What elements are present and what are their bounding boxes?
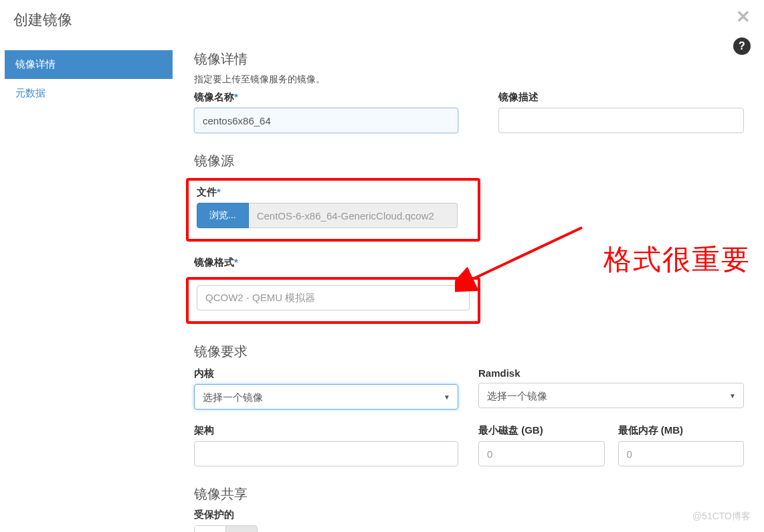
min-disk-input[interactable] (478, 441, 605, 466)
modal-header: 创建镜像 ✕ ? (0, 0, 764, 50)
name-label: 镜像名称* (194, 91, 238, 104)
min-ram-input[interactable] (618, 441, 745, 466)
sidebar-item-metadata[interactable]: 元数据 (5, 79, 173, 108)
modal-body: 镜像详情 元数据 镜像详情 指定要上传至镜像服务的镜像。 镜像名称* 镜像描述 … (0, 50, 764, 532)
file-label: 文件* (197, 186, 221, 199)
close-icon[interactable]: ✕ (736, 7, 751, 27)
protected-no-button[interactable]: 否 (225, 526, 257, 532)
protected-label: 受保护的 (194, 509, 234, 521)
details-heading: 镜像详情 (194, 50, 744, 68)
source-heading: 镜像源 (194, 152, 744, 170)
watermark: @51CTO博客 (692, 511, 751, 523)
name-input[interactable] (194, 108, 458, 133)
modal-title: 创建镜像 (13, 11, 72, 28)
kernel-label: 内核 (194, 367, 214, 380)
file-highlight-box: 文件* 浏览... CentOS-6-x86_64-GenericCloud.q… (186, 178, 480, 242)
sidebar-item-details[interactable]: 镜像详情 (5, 50, 173, 79)
help-icon[interactable]: ? (733, 37, 751, 55)
requirements-heading: 镜像要求 (194, 343, 744, 361)
format-highlight-box (186, 277, 480, 324)
create-image-modal: 创建镜像 ✕ ? 镜像详情 元数据 镜像详情 指定要上传至镜像服务的镜像。 镜像… (0, 0, 764, 532)
file-name-display: CentOS-6-x86_64-GenericCloud.qcow2 (249, 203, 458, 228)
ramdisk-label: Ramdisk (478, 367, 520, 379)
required-icon: * (234, 256, 238, 268)
required-icon: * (217, 186, 221, 197)
ramdisk-select[interactable]: 选择一个镜像 (478, 383, 744, 408)
desc-input[interactable] (498, 108, 744, 133)
min-ram-label: 最低内存 (MB) (618, 424, 684, 437)
details-subheading: 指定要上传至镜像服务的镜像。 (194, 74, 744, 86)
protected-yes-button[interactable]: 是 (195, 526, 225, 532)
browse-button[interactable]: 浏览... (197, 203, 249, 228)
format-label: 镜像格式* (194, 256, 238, 269)
desc-label: 镜像描述 (498, 91, 539, 104)
file-input-group: 浏览... CentOS-6-x86_64-GenericCloud.qcow2 (197, 203, 458, 228)
min-disk-label: 最小磁盘 (GB) (478, 424, 543, 437)
arch-input[interactable] (194, 441, 458, 466)
form-content: 镜像详情 指定要上传至镜像服务的镜像。 镜像名称* 镜像描述 镜像源 文件* 浏… (173, 50, 764, 532)
sidebar: 镜像详情 元数据 (0, 50, 173, 532)
arch-label: 架构 (194, 424, 214, 437)
required-icon: * (234, 91, 238, 102)
protected-toggle: 是 否 (194, 525, 258, 532)
kernel-select[interactable]: 选择一个镜像 (194, 384, 458, 410)
sharing-heading: 镜像共享 (194, 485, 744, 503)
format-select[interactable] (197, 285, 470, 311)
